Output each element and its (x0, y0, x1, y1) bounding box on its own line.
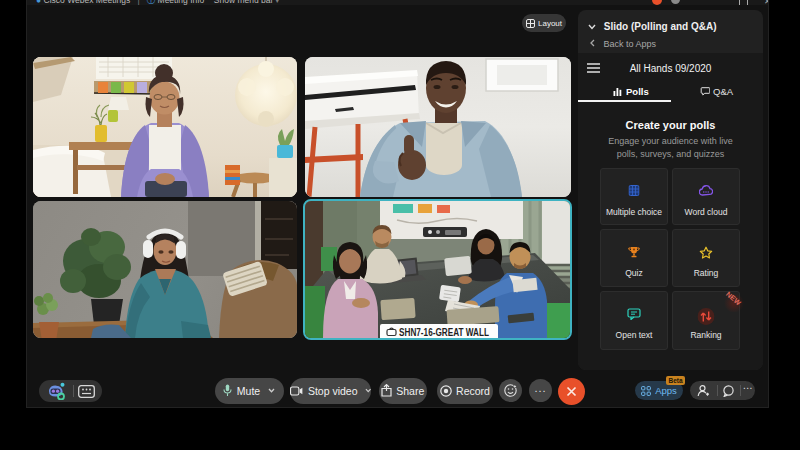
svg-text:SHN7-16-GREAT WALL: SHN7-16-GREAT WALL (399, 327, 489, 338)
